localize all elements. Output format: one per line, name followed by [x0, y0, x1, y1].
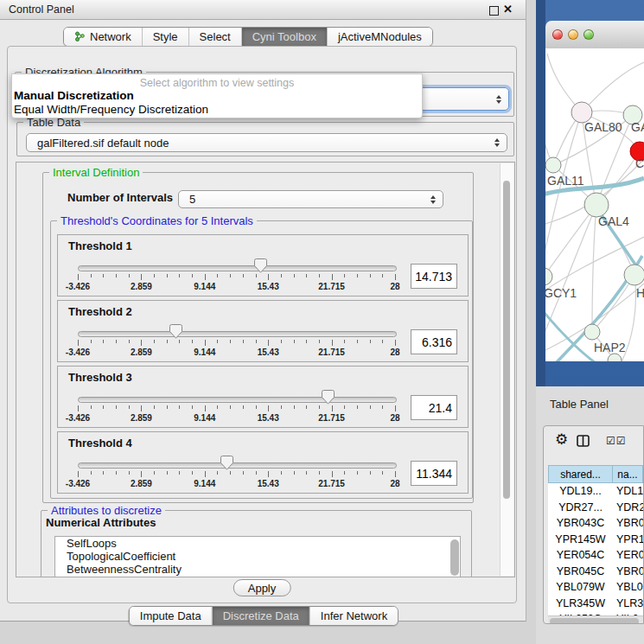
- tick-mark: [217, 471, 218, 475]
- tick-mark: [256, 405, 257, 409]
- tick-label: 9.144: [194, 413, 215, 423]
- table-header-cell[interactable]: na...: [613, 465, 643, 483]
- tick-mark: [256, 471, 257, 475]
- table-cell: YER0: [613, 549, 643, 561]
- dropdown-hint: Select algorithm to view settings: [12, 74, 422, 89]
- slider-track[interactable]: [78, 397, 397, 403]
- table-row[interactable]: YBL079WYBL0: [548, 579, 643, 596]
- table-row[interactable]: YLR345WYLR3: [548, 596, 643, 612]
- table-data-combobox[interactable]: galFiltered.sif default node: [26, 133, 507, 152]
- tick-mark: [357, 274, 358, 277]
- tick-mark: [306, 340, 307, 343]
- network-node[interactable]: [545, 268, 552, 285]
- tick-mark: [103, 274, 104, 277]
- footer-tab-impute-data[interactable]: Impute Data: [130, 607, 212, 625]
- table-row[interactable]: YER054CYER0: [548, 547, 643, 564]
- tab-select[interactable]: Select: [188, 28, 241, 46]
- tick-mark: [205, 471, 206, 477]
- dropdown-item[interactable]: Equal Width/Frequency Discretization: [12, 103, 422, 117]
- group-title: Threshold's Coordinates for 5 Intervals: [57, 214, 257, 227]
- threshold-value-field[interactable]: 21.4: [411, 395, 457, 420]
- table-header: shared...na...: [548, 465, 643, 483]
- slider-thumb[interactable]: [322, 390, 335, 405]
- tick-mark: [192, 274, 193, 277]
- tick-mark: [332, 405, 333, 411]
- vertical-scrollbar-thumb[interactable]: [503, 181, 510, 499]
- table-cell: YPR1: [613, 533, 643, 545]
- threshold-value-field[interactable]: 14.713: [411, 264, 457, 289]
- attribute-list-item[interactable]: SelfLoops: [55, 537, 460, 550]
- table-data-combobox-value: galFiltered.sif default node: [37, 137, 169, 150]
- numerical-attributes-list[interactable]: SelfLoopsTopologicalCoefficientBetweenne…: [54, 536, 461, 577]
- number-of-intervals-spinner[interactable]: 5: [178, 190, 443, 208]
- close-icon[interactable]: ✕: [503, 3, 513, 16]
- column-icon[interactable]: [577, 435, 590, 450]
- slider-thumb[interactable]: [220, 456, 233, 470]
- tick-mark: [154, 405, 155, 409]
- footer-tab-infer-network[interactable]: Infer Network: [309, 607, 398, 625]
- network-node[interactable]: [608, 354, 622, 361]
- tick-mark: [281, 340, 282, 343]
- dropdown-item[interactable]: Manual Discretization: [12, 89, 422, 103]
- network-node[interactable]: [584, 324, 600, 340]
- float-window-icon[interactable]: [489, 6, 499, 16]
- apply-button[interactable]: Apply: [233, 579, 291, 596]
- table-row[interactable]: YPR145WYPR1: [548, 532, 643, 548]
- table-row[interactable]: YBR043CYBR0: [548, 515, 643, 532]
- minimize-traffic-light[interactable]: [568, 29, 578, 40]
- tab-label: Discretize Data: [223, 609, 299, 622]
- tab-style[interactable]: Style: [142, 28, 188, 46]
- checkbox-icons[interactable]: ☑☑: [606, 435, 627, 447]
- tick-mark: [319, 340, 320, 343]
- tick-label: 15.43: [258, 413, 279, 423]
- tick-mark: [167, 471, 168, 475]
- attribute-list-item[interactable]: TopologicalCoefficient: [55, 550, 460, 563]
- network-node[interactable]: [545, 157, 561, 173]
- table-cell: YBR0: [613, 517, 643, 529]
- network-node[interactable]: [624, 265, 644, 285]
- gear-icon[interactable]: ⚙: [555, 431, 568, 449]
- network-canvas[interactable]: GAL80GACGAL11GAL4GCY1HHAP2: [545, 48, 644, 361]
- tab-cyni-toolbox[interactable]: Cyni Toolbox: [241, 28, 327, 46]
- threshold-value-field[interactable]: 6.316: [411, 329, 457, 354]
- slider-track[interactable]: [78, 331, 397, 337]
- tick-mark: [281, 405, 282, 409]
- threshold-value-field[interactable]: 11.344: [411, 461, 457, 486]
- table-cell: YDR27...: [548, 501, 613, 513]
- table-row[interactable]: YBR045CYBR0: [548, 564, 643, 580]
- top-tab-bar: NetworkStyleSelectCyni ToolboxjActiveMNo…: [63, 27, 433, 47]
- network-node[interactable]: [584, 193, 609, 217]
- tick-label: -3.426: [66, 413, 90, 423]
- list-scrollbar-thumb[interactable]: [450, 539, 459, 576]
- slider-thumb[interactable]: [169, 324, 182, 339]
- control-panel-titlebar[interactable]: Control Panel ✕: [0, 0, 526, 20]
- tick-label: 28: [390, 282, 399, 291]
- attribute-list-item[interactable]: BetweennessCentrality: [55, 563, 460, 576]
- vertical-scrollbar[interactable]: [500, 163, 513, 576]
- slider-ticks: [78, 471, 395, 478]
- tab-jactivemnodules[interactable]: jActiveMNodules: [327, 28, 432, 46]
- close-traffic-light[interactable]: [552, 29, 563, 40]
- horizontal-scrollbar[interactable]: [548, 615, 643, 624]
- tick-mark: [141, 405, 142, 411]
- maximize-traffic-light[interactable]: [583, 29, 594, 40]
- slider-track[interactable]: [78, 462, 397, 469]
- table-cell: YBR043C: [548, 517, 613, 529]
- threshold-row: Threshold 2-3.4262.8599.14415.4321.71528…: [57, 300, 469, 362]
- tab-network[interactable]: Network: [64, 28, 142, 46]
- table-cell: YDL19...: [548, 485, 613, 497]
- network-window-titlebar[interactable]: [545, 21, 644, 49]
- table-row[interactable]: YDR27...YDR2: [548, 500, 643, 516]
- threshold-label: Threshold 1: [68, 239, 132, 252]
- slider-thumb[interactable]: [254, 258, 267, 273]
- threshold-row: Threshold 4-3.4262.8599.14415.4321.71528…: [57, 431, 469, 494]
- tick-mark: [357, 340, 358, 343]
- horizontal-scrollbar-thumb[interactable]: [550, 618, 639, 624]
- tick-label: 21.715: [318, 282, 345, 291]
- table-header-cell[interactable]: shared...: [548, 465, 613, 483]
- table-rows: YDL19...YDL1YDR27...YDR2YBR043CYBR0YPR14…: [548, 483, 643, 615]
- footer-tab-discretize-data[interactable]: Discretize Data: [212, 607, 309, 625]
- table-row[interactable]: YDL19...YDL1: [548, 483, 643, 500]
- slider-track[interactable]: [78, 265, 397, 271]
- tick-mark: [243, 405, 244, 409]
